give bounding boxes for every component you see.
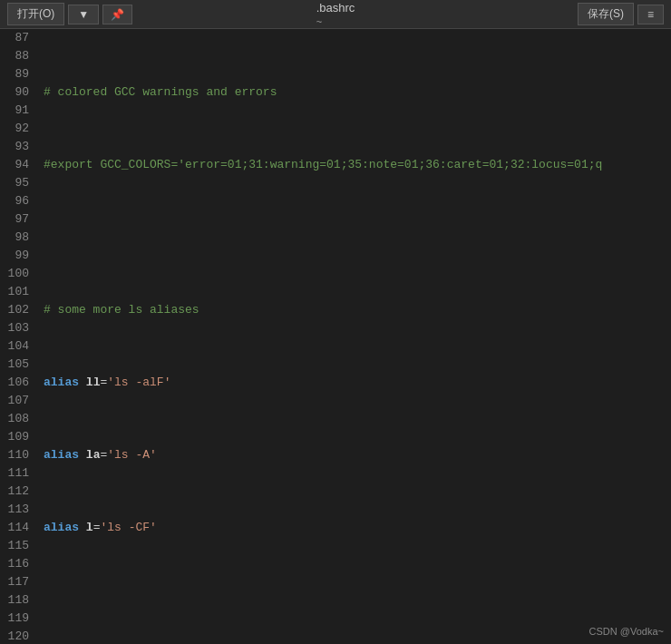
ln-110: 110 (4, 446, 29, 464)
pin-button[interactable]: 📌 (102, 5, 132, 24)
titlebar: 打开(O) ▼ 📌 .bashrc ~ 保存(S) ≡ (0, 0, 671, 29)
ln-119: 119 (4, 610, 29, 628)
ln-112: 112 (4, 483, 29, 501)
code-content[interactable]: # colored GCC warnings and errors #expor… (36, 29, 671, 644)
file-title: .bashrc (316, 1, 355, 15)
ln-98: 98 (4, 229, 29, 247)
ln-114: 114 (4, 519, 29, 537)
ln-92: 92 (4, 120, 29, 138)
ln-100: 100 (4, 265, 29, 283)
ln-101: 101 (4, 283, 29, 301)
open-button[interactable]: 打开(O) (7, 3, 64, 25)
ln-113: 113 (4, 501, 29, 519)
line-89 (44, 229, 664, 247)
watermark: CSDN @Vodka~ (589, 626, 664, 637)
ln-87: 87 (4, 29, 29, 47)
line-93: alias l='ls -CF' (44, 519, 664, 537)
ln-104: 104 (4, 337, 29, 356)
ln-103: 103 (4, 319, 29, 337)
line-91: alias ll='ls -alF' (44, 374, 664, 392)
ln-93: 93 (4, 138, 29, 156)
ln-111: 111 (4, 464, 29, 483)
ln-108: 108 (4, 410, 29, 428)
titlebar-right: 保存(S) ≡ (578, 3, 664, 25)
line-88: #export GCC_COLORS='error=01;31:warning=… (44, 156, 664, 174)
titlebar-center: .bashrc ~ (316, 1, 355, 28)
ln-115: 115 (4, 537, 29, 555)
ln-96: 96 (4, 192, 29, 210)
ln-117: 117 (4, 573, 29, 591)
ln-91: 91 (4, 102, 29, 120)
titlebar-left: 打开(O) ▼ 📌 (7, 3, 132, 25)
ln-109: 109 (4, 428, 29, 446)
ln-105: 105 (4, 356, 29, 374)
ln-107: 107 (4, 392, 29, 410)
ln-106: 106 (4, 374, 29, 392)
ln-102: 102 (4, 301, 29, 319)
ln-97: 97 (4, 210, 29, 229)
line-90: # some more ls aliases (44, 301, 664, 319)
ln-95: 95 (4, 174, 29, 192)
ln-89: 89 (4, 65, 29, 83)
line-87: # colored GCC warnings and errors (44, 83, 664, 102)
ln-88: 88 (4, 47, 29, 65)
editor[interactable]: 87 88 89 90 91 92 93 94 95 96 97 98 99 1… (0, 29, 671, 644)
line-92: alias la='ls -A' (44, 446, 664, 464)
ln-99: 99 (4, 247, 29, 265)
file-subtitle: ~ (316, 16, 322, 27)
dropdown-button[interactable]: ▼ (68, 5, 99, 24)
save-button[interactable]: 保存(S) (578, 3, 634, 25)
ln-94: 94 (4, 156, 29, 174)
line-94 (44, 591, 664, 610)
more-button[interactable]: ≡ (637, 5, 664, 24)
ln-118: 118 (4, 591, 29, 610)
ln-120: 120 (4, 628, 29, 644)
line-numbers: 87 88 89 90 91 92 93 94 95 96 97 98 99 1… (0, 29, 36, 644)
code-container: 87 88 89 90 91 92 93 94 95 96 97 98 99 1… (0, 29, 671, 644)
ln-90: 90 (4, 83, 29, 102)
ln-116: 116 (4, 555, 29, 573)
